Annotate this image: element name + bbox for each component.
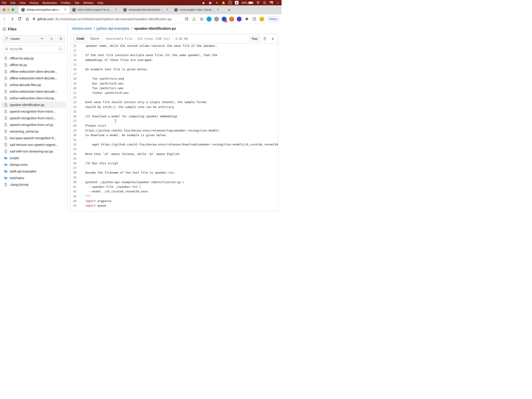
code-line[interactable]	[81, 119, 279, 123]
menu-window[interactable]: Window	[83, 1, 93, 4]
extensions-icon[interactable]	[244, 17, 249, 21]
menu-profiles[interactable]: Profiles	[61, 1, 70, 4]
spotlight-icon[interactable]	[263, 1, 266, 4]
tree-folder[interactable]: scripts	[0, 155, 67, 161]
tree-file[interactable]: .clang-format	[0, 181, 67, 188]
code-line[interactable]: wget https://github.com/k2-fsa/sherpa-on…	[81, 142, 279, 147]
code-line[interactable]: (2) Download a model for computing speak…	[81, 114, 279, 119]
line-number[interactable]: 44	[71, 199, 81, 203]
code-line[interactable]: embeddings of these files are averaged.	[81, 58, 279, 62]
raw-button[interactable]: Raw	[249, 36, 260, 42]
relaunch-button[interactable]: Relau	[267, 16, 279, 22]
branch-selector[interactable]: master	[3, 35, 46, 43]
control-center-icon[interactable]	[270, 1, 273, 4]
code-line[interactable]: foobar /path/to/d.wav	[81, 90, 279, 95]
ext-5[interactable]: ⦿	[237, 17, 242, 21]
crumb-dir[interactable]: python-api-examples	[96, 27, 129, 30]
line-number[interactable]: 27	[71, 119, 81, 123]
line-number[interactable]: 42	[71, 189, 81, 194]
sidepanel-icon[interactable]	[252, 17, 257, 21]
search-files-button[interactable]	[57, 35, 65, 43]
line-number[interactable]: 32	[71, 142, 81, 147]
line-number[interactable]: 28	[71, 123, 81, 128]
line-number[interactable]: 15	[71, 62, 81, 67]
close-icon[interactable]	[166, 8, 169, 11]
line-number[interactable]: 22	[71, 95, 81, 100]
tree-file[interactable]: speaker-identification.py	[1, 101, 66, 108]
line-number[interactable]: 23	[71, 100, 81, 104]
code-line[interactable]: Assume the filename of the text file is …	[81, 170, 279, 175]
tree-file[interactable]: online-websocket-client-microp...	[0, 95, 67, 101]
close-icon[interactable]	[217, 8, 220, 11]
goto-file-input[interactable]: Go to file t	[3, 45, 65, 53]
copy-button[interactable]	[261, 35, 268, 42]
code-line[interactable]	[81, 48, 279, 53]
line-number[interactable]: 38	[71, 170, 81, 175]
tree-folder[interactable]: swift-api-examples	[0, 168, 67, 175]
add-file-button[interactable]	[48, 35, 55, 43]
tab-code[interactable]: Code	[73, 35, 87, 42]
close-icon[interactable]	[64, 8, 67, 11]
ext-3[interactable]: 56🛍	[222, 17, 227, 21]
back-button[interactable]	[2, 17, 7, 21]
tree-file[interactable]: speech-recognition-from-micro...	[0, 108, 67, 115]
tree-file[interactable]: streaming_server.py	[0, 128, 67, 135]
download-button[interactable]	[269, 35, 276, 42]
home-button[interactable]	[25, 17, 30, 21]
line-number[interactable]: 25	[71, 109, 81, 114]
traffic-max[interactable]	[12, 8, 14, 11]
line-number[interactable]: 12	[71, 48, 81, 53]
code-line[interactable]	[81, 62, 279, 67]
tree-folder[interactable]: toolchains	[0, 175, 67, 181]
tree-file[interactable]: offline-websocket-client-decode...	[0, 68, 67, 75]
browser-tab[interactable]: wespeaker/docs/pretrained.md	[120, 6, 171, 13]
line-number[interactable]: 21	[71, 90, 81, 95]
tree-file[interactable]: offline-tts.py	[0, 62, 67, 68]
tree-file[interactable]: online-decode-files.py	[0, 82, 67, 88]
browser-tab[interactable]: sherpa-onnx/python-api-exam	[19, 6, 70, 13]
code-line[interactable]: should be int16_t; the sample rate can b…	[81, 105, 279, 109]
tree-file[interactable]: speech-recognition-from-micro...	[0, 115, 67, 121]
line-number[interactable]: 45	[71, 203, 81, 208]
ext-2[interactable]	[214, 17, 219, 21]
line-number[interactable]: 20	[71, 86, 81, 90]
url-bar[interactable]: github.com/k2-fsa/sherpa-onnx/blob/maste…	[32, 15, 181, 23]
tree-file[interactable]: vad-remove-non-speech-segme...	[0, 141, 67, 148]
code-line[interactable]: If the text file contains multiple wave …	[81, 53, 279, 57]
forward-button[interactable]	[10, 17, 15, 21]
menu-bookmarks[interactable]: Bookmarks	[43, 1, 57, 4]
line-number[interactable]: 40	[71, 180, 81, 184]
menu-tab[interactable]: Tab	[75, 1, 79, 4]
code-viewer[interactable]: 11speaker name, while the second column …	[71, 44, 279, 211]
files-icon[interactable]	[3, 27, 6, 32]
tree-file[interactable]: vad-with-non-streaming-asr.py	[0, 148, 67, 155]
browser-tab[interactable]: Add runtime support for wespe	[70, 6, 120, 13]
open-external-icon[interactable]	[184, 17, 189, 21]
profile-avatar[interactable]: 😀	[259, 17, 264, 21]
line-number[interactable]: 24	[71, 105, 81, 109]
tree-file[interactable]: two-pass-speech-recognition-fr...	[0, 135, 67, 141]
code-line[interactable]: Each wave file should contain only a sin…	[81, 100, 279, 104]
code-line[interactable]: """	[81, 194, 279, 199]
code-line[interactable]: bar /path/to/b.wav	[81, 81, 279, 86]
code-line[interactable]: https://github.com/k2-fsa/sherpa-onnx/re…	[81, 128, 279, 133]
line-number[interactable]: 36	[71, 161, 81, 165]
line-number[interactable]: 18	[71, 76, 81, 81]
bookmark-icon[interactable]	[199, 17, 204, 21]
code-line[interactable]: (3) Run this script	[81, 161, 279, 165]
line-number[interactable]: 34	[71, 152, 81, 156]
menu-file[interactable]: File	[2, 1, 6, 4]
crumb-repo[interactable]: sherpa-onnx	[72, 27, 92, 30]
code-line[interactable]	[81, 137, 279, 142]
line-number[interactable]: 26	[71, 114, 81, 119]
code-line[interactable]	[81, 109, 279, 114]
close-icon[interactable]	[115, 8, 118, 11]
traffic-close[interactable]	[3, 8, 5, 11]
line-number[interactable]: 39	[71, 175, 81, 180]
tab-blame[interactable]: Blame	[87, 35, 102, 42]
line-number[interactable]: 11	[71, 44, 81, 48]
line-number[interactable]: 35	[71, 156, 81, 161]
line-number[interactable]: 16	[71, 67, 81, 72]
code-line[interactable]: foo /path/to/a.wav	[81, 76, 279, 81]
line-number[interactable]: 33	[71, 147, 81, 151]
